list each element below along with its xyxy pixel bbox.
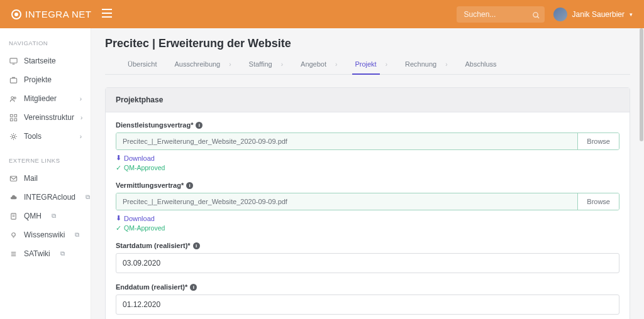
file-name: Precitec_|_Erweiterung_der_Website_2020-… [116,193,577,210]
ext-item-mail[interactable]: Mail [0,169,91,188]
topbar: INTEGRA NET Janik Sauerbier ▾ [0,0,644,28]
external-link-icon: ⧉ [52,212,56,220]
card-heading: Projektphase [106,88,630,112]
svg-point-16 [11,232,15,236]
tab-rechnung[interactable]: Rechnung› [397,54,455,74]
browse-button[interactable]: Browse [577,193,619,210]
check-icon: ✓ [116,224,121,232]
tab-angebot[interactable]: Angebot› [293,54,345,74]
book-icon [9,212,18,220]
user-name: Janik Sauerbier [572,10,625,19]
file-name: Precitec_|_Erweiterung_der_Website_2020-… [116,133,577,149]
chevron-right-icon: › [80,133,82,140]
monitor-icon [9,57,18,65]
chevron-right-icon: › [386,61,387,68]
download-icon: ⬇ [116,214,121,222]
external-link-icon: ⧉ [60,250,65,257]
svg-rect-10 [14,118,16,121]
ext-item-wissenswiki[interactable]: Wissenswiki ⧉ [0,225,91,244]
download-link[interactable]: ⬇Download [116,154,155,162]
brand-text: INTEGRA NET [25,9,92,19]
brand-logo[interactable]: INTEGRA NET [11,9,92,19]
tab-abschluss[interactable]: Abschluss [457,54,504,74]
download-link[interactable]: ⬇Download [116,214,155,222]
field-dienstleistungsvertrag: Dienstleistungsvertrag*i Precitec_|_Erwe… [116,121,619,171]
qm-approved-badge: ✓QM-Approved [116,224,619,232]
field-vermittlungsvertrag: Vermittlungsvertrag*i Precitec_|_Erweite… [116,181,619,232]
projektphase-card: Projektphase Dienstleistungsvertrag*i Pr… [105,87,630,319]
nav-item-tools[interactable]: Tools › [0,127,91,146]
chevron-right-icon: › [281,61,283,68]
chevron-right-icon: › [445,61,447,68]
svg-rect-8 [14,114,16,117]
gear-icon [9,132,18,141]
ext-heading: EXTERNE LINKS [0,154,91,169]
briefcase-icon [9,75,18,84]
external-link-icon: ⧉ [75,231,79,239]
search-wrapper [457,6,545,23]
field-enddatum: Enddatum (realisiert)*i [116,283,619,315]
bulb-icon [9,230,18,239]
search-icon [533,10,540,21]
info-icon[interactable]: i [186,182,193,189]
download-icon: ⬇ [116,154,121,162]
user-menu[interactable]: Janik Sauerbier ▾ [553,8,633,21]
scrollbar[interactable] [640,28,643,141]
qm-approved-badge: ✓QM-Approved [116,164,619,171]
tab-projekt[interactable]: Projekt› [347,54,395,74]
svg-line-1 [537,16,539,18]
svg-point-11 [12,135,14,138]
chevron-right-icon: › [80,95,82,102]
ext-item-satwiki[interactable]: SATwiki ⧉ [0,244,91,263]
check-icon: ✓ [116,164,121,171]
chevron-right-icon: › [335,61,337,68]
grid-icon [9,113,18,122]
nav-item-mitglieder[interactable]: Mitglieder › [0,89,91,108]
nav-item-vereinsstruktur[interactable]: Vereinsstruktur › [0,108,91,127]
nav-item-startseite[interactable]: Startseite [0,51,91,70]
logo-mark-icon [11,9,21,19]
page-title: Precitec | Erweiterung der Website [105,37,630,50]
tab-staffing[interactable]: Staffing› [242,54,291,74]
svg-rect-2 [9,58,16,62]
sidebar: NAVIGATION Startseite Projekte Mitgliede… [0,28,91,319]
nav-item-projekte[interactable]: Projekte [0,70,91,89]
chevron-right-icon: › [229,61,231,68]
nav-heading: NAVIGATION [0,37,91,51]
svg-rect-4 [10,78,16,82]
info-icon[interactable]: i [190,284,197,291]
external-link-icon: ⧉ [86,193,90,201]
svg-point-0 [533,12,538,16]
startdatum-input[interactable] [116,253,619,273]
avatar [553,8,567,21]
hamburger-icon[interactable] [102,9,112,20]
chevron-down-icon: ▾ [630,11,633,18]
mail-icon [9,174,18,183]
svg-point-5 [11,96,13,99]
enddatum-input[interactable] [116,295,619,315]
ext-item-qmh[interactable]: QMH ⧉ [0,207,91,225]
info-icon[interactable]: i [196,122,203,129]
tab-ausschreibung[interactable]: Ausschreibung› [167,54,238,74]
list-icon [9,249,18,258]
svg-rect-9 [10,118,13,121]
field-startdatum: Startdatum (realisiert)*i [116,242,619,273]
ext-item-integracloud[interactable]: INTEGRAcloud ⧉ [0,188,91,207]
info-icon[interactable]: i [193,242,200,249]
svg-rect-7 [10,114,13,117]
browse-button[interactable]: Browse [577,133,619,149]
svg-point-6 [14,97,16,99]
tab-uebersicht[interactable]: Übersicht [120,54,164,74]
users-icon [9,94,18,103]
search-input[interactable] [457,6,545,23]
main-content: Precitec | Erweiterung der Website Übers… [91,28,644,319]
cloud-icon [9,193,18,202]
workflow-tabs: Übersicht Ausschreibung› Staffing› Angeb… [105,54,630,75]
chevron-right-icon: › [80,114,82,121]
